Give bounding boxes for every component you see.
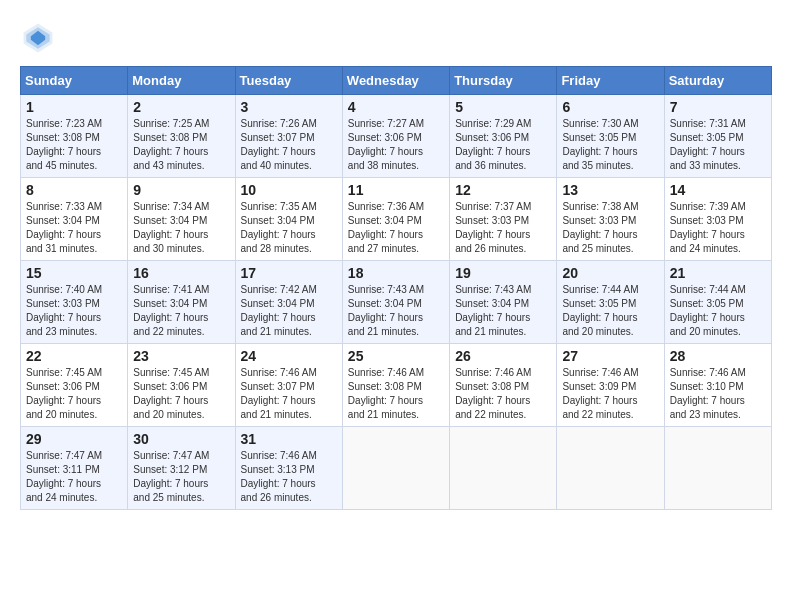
calendar-cell-1-4: 4Sunrise: 7:27 AM Sunset: 3:06 PM Daylig… bbox=[342, 95, 449, 178]
day-number: 27 bbox=[562, 348, 658, 364]
day-info: Sunrise: 7:40 AM Sunset: 3:03 PM Dayligh… bbox=[26, 283, 122, 339]
day-number: 12 bbox=[455, 182, 551, 198]
day-info: Sunrise: 7:35 AM Sunset: 3:04 PM Dayligh… bbox=[241, 200, 337, 256]
day-info: Sunrise: 7:25 AM Sunset: 3:08 PM Dayligh… bbox=[133, 117, 229, 173]
day-number: 31 bbox=[241, 431, 337, 447]
day-number: 13 bbox=[562, 182, 658, 198]
week-row-2: 8Sunrise: 7:33 AM Sunset: 3:04 PM Daylig… bbox=[21, 178, 772, 261]
day-number: 15 bbox=[26, 265, 122, 281]
calendar-cell-5-2: 30Sunrise: 7:47 AM Sunset: 3:12 PM Dayli… bbox=[128, 427, 235, 510]
day-info: Sunrise: 7:39 AM Sunset: 3:03 PM Dayligh… bbox=[670, 200, 766, 256]
header-saturday: Saturday bbox=[664, 67, 771, 95]
day-info: Sunrise: 7:41 AM Sunset: 3:04 PM Dayligh… bbox=[133, 283, 229, 339]
calendar-cell-5-1: 29Sunrise: 7:47 AM Sunset: 3:11 PM Dayli… bbox=[21, 427, 128, 510]
day-number: 8 bbox=[26, 182, 122, 198]
day-number: 16 bbox=[133, 265, 229, 281]
day-number: 1 bbox=[26, 99, 122, 115]
header-row: SundayMondayTuesdayWednesdayThursdayFrid… bbox=[21, 67, 772, 95]
calendar-cell-2-4: 11Sunrise: 7:36 AM Sunset: 3:04 PM Dayli… bbox=[342, 178, 449, 261]
calendar-cell-2-1: 8Sunrise: 7:33 AM Sunset: 3:04 PM Daylig… bbox=[21, 178, 128, 261]
day-info: Sunrise: 7:42 AM Sunset: 3:04 PM Dayligh… bbox=[241, 283, 337, 339]
calendar-cell-3-7: 21Sunrise: 7:44 AM Sunset: 3:05 PM Dayli… bbox=[664, 261, 771, 344]
day-number: 14 bbox=[670, 182, 766, 198]
calendar-cell-5-6 bbox=[557, 427, 664, 510]
calendar-cell-3-1: 15Sunrise: 7:40 AM Sunset: 3:03 PM Dayli… bbox=[21, 261, 128, 344]
day-number: 24 bbox=[241, 348, 337, 364]
logo-icon bbox=[20, 20, 56, 56]
header-sunday: Sunday bbox=[21, 67, 128, 95]
day-info: Sunrise: 7:23 AM Sunset: 3:08 PM Dayligh… bbox=[26, 117, 122, 173]
calendar-cell-5-7 bbox=[664, 427, 771, 510]
day-info: Sunrise: 7:44 AM Sunset: 3:05 PM Dayligh… bbox=[670, 283, 766, 339]
calendar-cell-4-6: 27Sunrise: 7:46 AM Sunset: 3:09 PM Dayli… bbox=[557, 344, 664, 427]
day-number: 18 bbox=[348, 265, 444, 281]
header-monday: Monday bbox=[128, 67, 235, 95]
week-row-3: 15Sunrise: 7:40 AM Sunset: 3:03 PM Dayli… bbox=[21, 261, 772, 344]
day-number: 7 bbox=[670, 99, 766, 115]
calendar-cell-2-6: 13Sunrise: 7:38 AM Sunset: 3:03 PM Dayli… bbox=[557, 178, 664, 261]
calendar-cell-3-4: 18Sunrise: 7:43 AM Sunset: 3:04 PM Dayli… bbox=[342, 261, 449, 344]
calendar-header: SundayMondayTuesdayWednesdayThursdayFrid… bbox=[21, 67, 772, 95]
day-info: Sunrise: 7:44 AM Sunset: 3:05 PM Dayligh… bbox=[562, 283, 658, 339]
calendar-cell-4-4: 25Sunrise: 7:46 AM Sunset: 3:08 PM Dayli… bbox=[342, 344, 449, 427]
day-number: 3 bbox=[241, 99, 337, 115]
day-number: 6 bbox=[562, 99, 658, 115]
day-info: Sunrise: 7:27 AM Sunset: 3:06 PM Dayligh… bbox=[348, 117, 444, 173]
day-info: Sunrise: 7:46 AM Sunset: 3:08 PM Dayligh… bbox=[348, 366, 444, 422]
day-info: Sunrise: 7:38 AM Sunset: 3:03 PM Dayligh… bbox=[562, 200, 658, 256]
day-info: Sunrise: 7:46 AM Sunset: 3:07 PM Dayligh… bbox=[241, 366, 337, 422]
calendar-cell-2-5: 12Sunrise: 7:37 AM Sunset: 3:03 PM Dayli… bbox=[450, 178, 557, 261]
calendar-cell-3-6: 20Sunrise: 7:44 AM Sunset: 3:05 PM Dayli… bbox=[557, 261, 664, 344]
week-row-4: 22Sunrise: 7:45 AM Sunset: 3:06 PM Dayli… bbox=[21, 344, 772, 427]
day-info: Sunrise: 7:37 AM Sunset: 3:03 PM Dayligh… bbox=[455, 200, 551, 256]
week-row-1: 1Sunrise: 7:23 AM Sunset: 3:08 PM Daylig… bbox=[21, 95, 772, 178]
day-info: Sunrise: 7:46 AM Sunset: 3:13 PM Dayligh… bbox=[241, 449, 337, 505]
day-info: Sunrise: 7:47 AM Sunset: 3:11 PM Dayligh… bbox=[26, 449, 122, 505]
calendar-cell-1-6: 6Sunrise: 7:30 AM Sunset: 3:05 PM Daylig… bbox=[557, 95, 664, 178]
calendar-cell-5-4 bbox=[342, 427, 449, 510]
calendar-cell-3-2: 16Sunrise: 7:41 AM Sunset: 3:04 PM Dayli… bbox=[128, 261, 235, 344]
calendar-cell-3-5: 19Sunrise: 7:43 AM Sunset: 3:04 PM Dayli… bbox=[450, 261, 557, 344]
day-number: 11 bbox=[348, 182, 444, 198]
calendar-cell-5-5 bbox=[450, 427, 557, 510]
calendar-cell-4-7: 28Sunrise: 7:46 AM Sunset: 3:10 PM Dayli… bbox=[664, 344, 771, 427]
day-number: 20 bbox=[562, 265, 658, 281]
day-number: 26 bbox=[455, 348, 551, 364]
day-info: Sunrise: 7:46 AM Sunset: 3:09 PM Dayligh… bbox=[562, 366, 658, 422]
calendar-cell-1-7: 7Sunrise: 7:31 AM Sunset: 3:05 PM Daylig… bbox=[664, 95, 771, 178]
day-number: 23 bbox=[133, 348, 229, 364]
calendar-cell-1-1: 1Sunrise: 7:23 AM Sunset: 3:08 PM Daylig… bbox=[21, 95, 128, 178]
calendar-cell-1-5: 5Sunrise: 7:29 AM Sunset: 3:06 PM Daylig… bbox=[450, 95, 557, 178]
day-number: 29 bbox=[26, 431, 122, 447]
day-info: Sunrise: 7:43 AM Sunset: 3:04 PM Dayligh… bbox=[455, 283, 551, 339]
day-number: 10 bbox=[241, 182, 337, 198]
day-info: Sunrise: 7:36 AM Sunset: 3:04 PM Dayligh… bbox=[348, 200, 444, 256]
day-info: Sunrise: 7:43 AM Sunset: 3:04 PM Dayligh… bbox=[348, 283, 444, 339]
day-number: 4 bbox=[348, 99, 444, 115]
day-info: Sunrise: 7:45 AM Sunset: 3:06 PM Dayligh… bbox=[133, 366, 229, 422]
day-info: Sunrise: 7:29 AM Sunset: 3:06 PM Dayligh… bbox=[455, 117, 551, 173]
day-number: 22 bbox=[26, 348, 122, 364]
calendar-cell-4-1: 22Sunrise: 7:45 AM Sunset: 3:06 PM Dayli… bbox=[21, 344, 128, 427]
day-info: Sunrise: 7:31 AM Sunset: 3:05 PM Dayligh… bbox=[670, 117, 766, 173]
week-row-5: 29Sunrise: 7:47 AM Sunset: 3:11 PM Dayli… bbox=[21, 427, 772, 510]
day-info: Sunrise: 7:30 AM Sunset: 3:05 PM Dayligh… bbox=[562, 117, 658, 173]
calendar-cell-2-2: 9Sunrise: 7:34 AM Sunset: 3:04 PM Daylig… bbox=[128, 178, 235, 261]
calendar-cell-2-3: 10Sunrise: 7:35 AM Sunset: 3:04 PM Dayli… bbox=[235, 178, 342, 261]
calendar-body: 1Sunrise: 7:23 AM Sunset: 3:08 PM Daylig… bbox=[21, 95, 772, 510]
calendar-cell-3-3: 17Sunrise: 7:42 AM Sunset: 3:04 PM Dayli… bbox=[235, 261, 342, 344]
day-number: 17 bbox=[241, 265, 337, 281]
day-number: 19 bbox=[455, 265, 551, 281]
day-info: Sunrise: 7:33 AM Sunset: 3:04 PM Dayligh… bbox=[26, 200, 122, 256]
day-number: 5 bbox=[455, 99, 551, 115]
page-header bbox=[20, 20, 772, 56]
calendar-cell-4-5: 26Sunrise: 7:46 AM Sunset: 3:08 PM Dayli… bbox=[450, 344, 557, 427]
calendar-cell-5-3: 31Sunrise: 7:46 AM Sunset: 3:13 PM Dayli… bbox=[235, 427, 342, 510]
header-friday: Friday bbox=[557, 67, 664, 95]
calendar-cell-4-2: 23Sunrise: 7:45 AM Sunset: 3:06 PM Dayli… bbox=[128, 344, 235, 427]
day-info: Sunrise: 7:47 AM Sunset: 3:12 PM Dayligh… bbox=[133, 449, 229, 505]
header-wednesday: Wednesday bbox=[342, 67, 449, 95]
day-number: 30 bbox=[133, 431, 229, 447]
day-info: Sunrise: 7:34 AM Sunset: 3:04 PM Dayligh… bbox=[133, 200, 229, 256]
header-tuesday: Tuesday bbox=[235, 67, 342, 95]
